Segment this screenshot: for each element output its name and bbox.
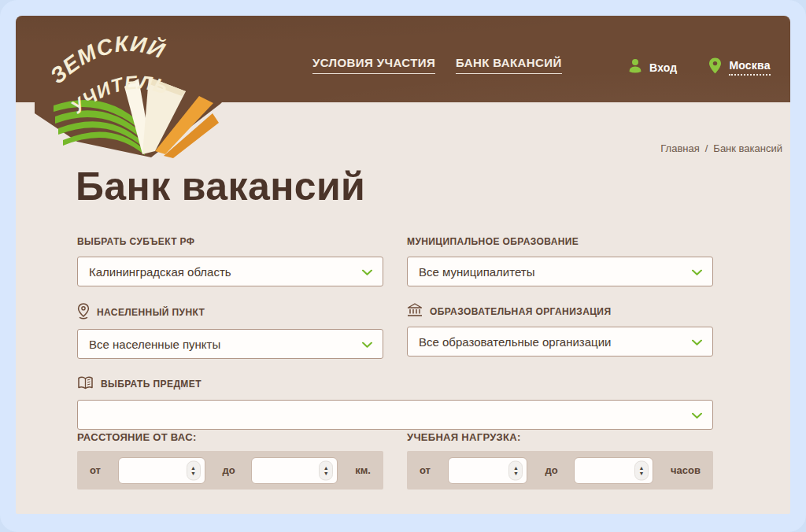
logo-graphic: ЗЕМСКИЙ УЧИТЕЛЬ	[31, 22, 233, 172]
field-municipality: МУНИЦИПАЛЬНОЕ ОБРАЗОВАНИЕ Все муниципали…	[407, 234, 713, 286]
header-right: Вход Москва	[628, 57, 771, 77]
field-subject: ВЫБРАТЬ ПРЕДМЕТ	[77, 375, 713, 430]
organization-label: ОБРАЗОВАТЕЛЬНАЯ ОРГАНИЗАЦИЯ	[430, 306, 611, 317]
distance-range: РАССТОЯНИЕ ОТ ВАС: от ▲▼ до ▲▼ км.	[77, 431, 383, 490]
stepper-up-down-icon[interactable]: ▲▼	[508, 460, 523, 480]
location-pin-icon	[708, 57, 722, 77]
field-settlement: НАСЕЛЕННЫЙ ПУНКТ Все населенные пункты	[77, 303, 383, 359]
map-pin-outline-icon	[77, 303, 90, 322]
workload-unit-label: часов	[671, 464, 701, 476]
nav-conditions-link[interactable]: УСЛОВИЯ УЧАСТИЯ	[312, 56, 435, 74]
breadcrumb-separator: /	[705, 142, 708, 154]
main-card: ЗЕМСКИЙ УЧИТЕЛЬ УСЛОВИЯ УЧАСТИЯ БАНК ВАК…	[16, 16, 790, 514]
stepper-up-down-icon[interactable]: ▲▼	[319, 460, 333, 480]
workload-to-input-wrap: ▲▼	[574, 457, 653, 484]
chevron-down-icon	[362, 338, 372, 351]
chevron-down-icon	[692, 335, 702, 349]
chevron-down-icon	[692, 265, 702, 279]
filters-form: ВЫБРАТЬ СУБЪЕКТ РФ Калининградская облас…	[77, 234, 713, 446]
municipality-label: МУНИЦИПАЛЬНОЕ ОБРАЗОВАНИЕ	[407, 236, 579, 247]
subject-label-row: ВЫБРАТЬ ПРЕДМЕТ	[77, 375, 713, 393]
distance-label: РАССТОЯНИЕ ОТ ВАС:	[77, 431, 383, 443]
login-button[interactable]: Вход	[628, 58, 677, 76]
distance-panel: от ▲▼ до ▲▼ км.	[77, 451, 383, 490]
stepper-up-down-icon[interactable]: ▲▼	[634, 460, 649, 480]
site-logo[interactable]: ЗЕМСКИЙ УЧИТЕЛЬ	[31, 22, 233, 172]
distance-to-label: до	[223, 464, 235, 476]
workload-from-label: от	[420, 464, 431, 476]
subject-select[interactable]	[77, 400, 713, 430]
field-subject-rf: ВЫБРАТЬ СУБЪЕКТ РФ Калининградская облас…	[77, 234, 383, 286]
breadcrumb: Главная / Банк вакансий	[660, 142, 782, 154]
subject-rf-label-row: ВЫБРАТЬ СУБЪЕКТ РФ	[77, 234, 383, 249]
workload-range: УЧЕБНАЯ НАГРУЗКА: от ▲▼ до ▲▼ часов	[407, 431, 713, 490]
login-label: Вход	[649, 61, 677, 74]
workload-panel: от ▲▼ до ▲▼ часов	[407, 451, 713, 490]
organization-label-row: ОБРАЗОВАТЕЛЬНАЯ ОРГАНИЗАЦИЯ	[407, 303, 713, 320]
subject-rf-label: ВЫБРАТЬ СУБЪЕКТ РФ	[77, 236, 195, 247]
organization-select[interactable]: Все образовательные организации	[407, 327, 713, 357]
page-background: ЗЕМСКИЙ УЧИТЕЛЬ УСЛОВИЯ УЧАСТИЯ БАНК ВАК…	[0, 0, 806, 532]
person-icon	[628, 58, 642, 76]
subject-rf-value: Калининградская область	[89, 265, 231, 279]
site-header: ЗЕМСКИЙ УЧИТЕЛЬ УСЛОВИЯ УЧАСТИЯ БАНК ВАК…	[16, 16, 790, 102]
stepper-up-down-icon[interactable]: ▲▼	[187, 460, 201, 480]
municipality-select[interactable]: Все муниципалитеты	[407, 257, 713, 286]
workload-from-input-wrap: ▲▼	[448, 457, 527, 484]
main-nav: УСЛОВИЯ УЧАСТИЯ БАНК ВАКАНСИЙ	[312, 56, 562, 74]
distance-to-input-wrap: ▲▼	[251, 457, 338, 484]
range-filters: РАССТОЯНИЕ ОТ ВАС: от ▲▼ до ▲▼ км.	[77, 431, 713, 490]
workload-to-label: до	[545, 464, 557, 476]
distance-unit-label: км.	[355, 464, 371, 476]
settlement-select[interactable]: Все населенные пункты	[77, 329, 383, 359]
distance-from-input-wrap: ▲▼	[118, 457, 205, 484]
settlement-label-row: НАСЕЛЕННЫЙ ПУНКТ	[77, 303, 383, 322]
municipality-label-row: МУНИЦИПАЛЬНОЕ ОБРАЗОВАНИЕ	[407, 234, 713, 249]
municipality-value: Все муниципалитеты	[419, 265, 534, 279]
organization-value: Все образовательные организации	[419, 335, 611, 349]
subject-label: ВЫБРАТЬ ПРЕДМЕТ	[101, 379, 202, 390]
open-book-icon	[77, 375, 94, 393]
classical-building-icon	[407, 303, 423, 320]
field-organization: ОБРАЗОВАТЕЛЬНАЯ ОРГАНИЗАЦИЯ Все образова…	[407, 303, 713, 359]
city-label: Москва	[729, 59, 770, 76]
chevron-down-icon	[692, 408, 702, 422]
chevron-down-icon	[362, 265, 372, 279]
settlement-label: НАСЕЛЕННЫЙ ПУНКТ	[97, 307, 205, 318]
workload-label: УЧЕБНАЯ НАГРУЗКА:	[407, 431, 713, 443]
nav-vacancy-bank-link[interactable]: БАНК ВАКАНСИЙ	[456, 56, 562, 74]
distance-from-label: от	[90, 464, 101, 476]
settlement-value: Все населенные пункты	[89, 338, 220, 351]
city-selector[interactable]: Москва	[708, 57, 770, 77]
breadcrumb-home[interactable]: Главная	[660, 142, 699, 154]
subject-rf-select[interactable]: Калининградская область	[77, 257, 383, 286]
breadcrumb-current: Банк вакансий	[713, 142, 782, 154]
